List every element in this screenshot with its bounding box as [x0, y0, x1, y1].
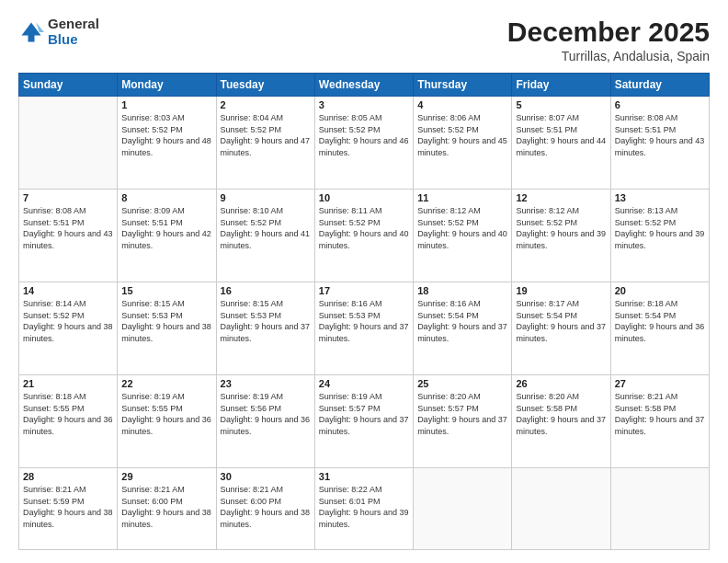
day-number: 17 [319, 285, 409, 296]
day-number: 9 [221, 192, 311, 203]
calendar-cell: 4Sunrise: 8:06 AMSunset: 5:52 PMDaylight… [414, 97, 512, 190]
calendar-cell: 11Sunrise: 8:12 AMSunset: 5:52 PMDayligh… [414, 190, 512, 282]
day-number: 21 [23, 378, 113, 389]
calendar-cell: 2Sunrise: 8:04 AMSunset: 5:52 PMDaylight… [216, 97, 314, 190]
day-info: Sunrise: 8:21 AMSunset: 6:00 PMDaylight:… [121, 484, 211, 530]
day-info: Sunrise: 8:22 AMSunset: 6:01 PMDaylight:… [319, 484, 409, 530]
day-info: Sunrise: 8:17 AMSunset: 5:54 PMDaylight:… [516, 298, 606, 344]
calendar-cell: 18Sunrise: 8:16 AMSunset: 5:54 PMDayligh… [414, 282, 512, 375]
day-number: 13 [615, 192, 705, 203]
weekday-header-row: SundayMondayTuesdayWednesdayThursdayFrid… [19, 74, 710, 97]
calendar-cell: 9Sunrise: 8:10 AMSunset: 5:52 PMDaylight… [216, 190, 314, 282]
calendar-cell: 22Sunrise: 8:19 AMSunset: 5:55 PMDayligh… [118, 375, 216, 468]
day-number: 24 [319, 378, 409, 389]
logo: General Blue [18, 17, 99, 47]
day-number: 22 [121, 378, 211, 389]
calendar-cell: 19Sunrise: 8:17 AMSunset: 5:54 PMDayligh… [512, 282, 610, 375]
day-info: Sunrise: 8:08 AMSunset: 5:51 PMDaylight:… [23, 205, 113, 251]
day-number: 27 [615, 378, 705, 389]
calendar-cell: 25Sunrise: 8:20 AMSunset: 5:57 PMDayligh… [414, 375, 512, 468]
day-number: 11 [417, 192, 507, 203]
day-info: Sunrise: 8:13 AMSunset: 5:52 PMDaylight:… [615, 205, 705, 251]
header: General Blue December 2025 Turrillas, An… [18, 17, 710, 63]
weekday-header: Monday [118, 74, 216, 97]
weekday-header: Sunday [19, 74, 118, 97]
calendar-cell: 13Sunrise: 8:13 AMSunset: 5:52 PMDayligh… [610, 190, 709, 282]
calendar-cell [19, 97, 118, 190]
calendar-cell: 26Sunrise: 8:20 AMSunset: 5:58 PMDayligh… [512, 375, 610, 468]
day-number: 7 [23, 192, 113, 203]
day-info: Sunrise: 8:09 AMSunset: 5:51 PMDaylight:… [121, 205, 211, 251]
calendar-cell: 15Sunrise: 8:15 AMSunset: 5:53 PMDayligh… [118, 282, 216, 375]
calendar-cell: 29Sunrise: 8:21 AMSunset: 6:00 PMDayligh… [118, 468, 216, 550]
day-info: Sunrise: 8:21 AMSunset: 6:00 PMDaylight:… [221, 484, 311, 530]
day-info: Sunrise: 8:05 AMSunset: 5:52 PMDaylight:… [319, 112, 409, 158]
calendar-table: SundayMondayTuesdayWednesdayThursdayFrid… [18, 73, 710, 550]
calendar-cell [610, 468, 709, 550]
weekday-header: Tuesday [216, 74, 314, 97]
calendar-cell: 27Sunrise: 8:21 AMSunset: 5:58 PMDayligh… [610, 375, 709, 468]
week-row: 1Sunrise: 8:03 AMSunset: 5:52 PMDaylight… [19, 97, 710, 190]
calendar-cell: 16Sunrise: 8:15 AMSunset: 5:53 PMDayligh… [216, 282, 314, 375]
day-number: 8 [121, 192, 211, 203]
day-info: Sunrise: 8:04 AMSunset: 5:52 PMDaylight:… [221, 112, 311, 158]
calendar-cell [512, 468, 610, 550]
day-info: Sunrise: 8:10 AMSunset: 5:52 PMDaylight:… [221, 205, 311, 251]
logo-text: General Blue [48, 17, 99, 47]
calendar-cell: 7Sunrise: 8:08 AMSunset: 5:51 PMDaylight… [19, 190, 118, 282]
logo-icon [18, 19, 44, 45]
day-info: Sunrise: 8:20 AMSunset: 5:58 PMDaylight:… [516, 391, 606, 437]
calendar-cell: 1Sunrise: 8:03 AMSunset: 5:52 PMDaylight… [118, 97, 216, 190]
week-row: 28Sunrise: 8:21 AMSunset: 5:59 PMDayligh… [19, 468, 710, 550]
day-info: Sunrise: 8:15 AMSunset: 5:53 PMDaylight:… [121, 298, 211, 344]
logo-blue: Blue [48, 31, 78, 47]
weekday-header: Friday [512, 74, 610, 97]
weekday-header: Saturday [610, 74, 709, 97]
day-number: 23 [221, 378, 311, 389]
day-info: Sunrise: 8:08 AMSunset: 5:51 PMDaylight:… [615, 112, 705, 158]
page: General Blue December 2025 Turrillas, An… [0, 0, 728, 563]
day-info: Sunrise: 8:21 AMSunset: 5:59 PMDaylight:… [23, 484, 113, 530]
week-row: 14Sunrise: 8:14 AMSunset: 5:52 PMDayligh… [19, 282, 710, 375]
day-number: 3 [319, 99, 409, 110]
day-number: 2 [221, 99, 311, 110]
day-info: Sunrise: 8:12 AMSunset: 5:52 PMDaylight:… [417, 205, 507, 251]
day-number: 18 [417, 285, 507, 296]
day-info: Sunrise: 8:18 AMSunset: 5:54 PMDaylight:… [615, 298, 705, 344]
calendar-cell: 5Sunrise: 8:07 AMSunset: 5:51 PMDaylight… [512, 97, 610, 190]
day-info: Sunrise: 8:16 AMSunset: 5:54 PMDaylight:… [417, 298, 507, 344]
day-number: 1 [121, 99, 211, 110]
day-info: Sunrise: 8:15 AMSunset: 5:53 PMDaylight:… [221, 298, 311, 344]
day-info: Sunrise: 8:06 AMSunset: 5:52 PMDaylight:… [417, 112, 507, 158]
day-number: 10 [319, 192, 409, 203]
day-info: Sunrise: 8:19 AMSunset: 5:56 PMDaylight:… [221, 391, 311, 437]
day-info: Sunrise: 8:16 AMSunset: 5:53 PMDaylight:… [319, 298, 409, 344]
calendar-cell: 12Sunrise: 8:12 AMSunset: 5:52 PMDayligh… [512, 190, 610, 282]
calendar-cell: 8Sunrise: 8:09 AMSunset: 5:51 PMDaylight… [118, 190, 216, 282]
day-info: Sunrise: 8:18 AMSunset: 5:55 PMDaylight:… [23, 391, 113, 437]
calendar-cell: 14Sunrise: 8:14 AMSunset: 5:52 PMDayligh… [19, 282, 118, 375]
day-info: Sunrise: 8:07 AMSunset: 5:51 PMDaylight:… [516, 112, 606, 158]
day-number: 29 [121, 471, 211, 482]
day-number: 28 [23, 471, 113, 482]
calendar-cell: 10Sunrise: 8:11 AMSunset: 5:52 PMDayligh… [314, 190, 413, 282]
calendar-subtitle: Turrillas, Andalusia, Spain [507, 49, 710, 63]
day-info: Sunrise: 8:19 AMSunset: 5:57 PMDaylight:… [319, 391, 409, 437]
day-info: Sunrise: 8:21 AMSunset: 5:58 PMDaylight:… [615, 391, 705, 437]
day-info: Sunrise: 8:12 AMSunset: 5:52 PMDaylight:… [516, 205, 606, 251]
title-block: December 2025 Turrillas, Andalusia, Spai… [507, 17, 710, 63]
calendar-cell: 31Sunrise: 8:22 AMSunset: 6:01 PMDayligh… [314, 468, 413, 550]
day-number: 6 [615, 99, 705, 110]
calendar-cell: 23Sunrise: 8:19 AMSunset: 5:56 PMDayligh… [216, 375, 314, 468]
calendar-cell: 21Sunrise: 8:18 AMSunset: 5:55 PMDayligh… [19, 375, 118, 468]
day-info: Sunrise: 8:19 AMSunset: 5:55 PMDaylight:… [121, 391, 211, 437]
day-number: 16 [221, 285, 311, 296]
day-number: 14 [23, 285, 113, 296]
calendar-cell: 20Sunrise: 8:18 AMSunset: 5:54 PMDayligh… [610, 282, 709, 375]
day-number: 25 [417, 378, 507, 389]
calendar-cell [414, 468, 512, 550]
day-info: Sunrise: 8:11 AMSunset: 5:52 PMDaylight:… [319, 205, 409, 251]
weekday-header: Wednesday [314, 74, 413, 97]
weekday-header: Thursday [414, 74, 512, 97]
calendar-cell: 28Sunrise: 8:21 AMSunset: 5:59 PMDayligh… [19, 468, 118, 550]
